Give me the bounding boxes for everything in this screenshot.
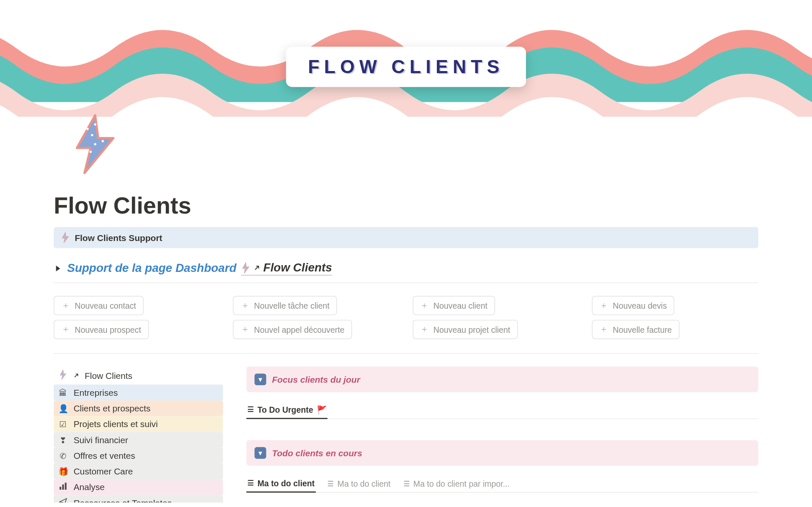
sidebar-item-entreprises[interactable]: 🏛 Entreprises — [54, 385, 223, 400]
sidebar-item-customer-care[interactable]: 🎁 Customer Care — [54, 463, 223, 479]
arrow-down-badge-icon: ▼ — [255, 373, 266, 385]
list-icon: ☰ — [327, 480, 334, 488]
view-tabs-todo: ☰ Ma to do client ☰ Ma to do client ☰ Ma… — [246, 475, 758, 493]
svg-point-5 — [102, 140, 104, 142]
tab-label: Ma to do client par impor... — [413, 479, 510, 488]
phone-icon: ✆ — [58, 451, 68, 460]
view-tabs-urgente: ☰ To Do Urgente 🚩 — [246, 402, 758, 419]
svg-point-3 — [91, 134, 93, 136]
tab-todo-urgente[interactable]: ☰ To Do Urgente 🚩 — [246, 402, 327, 419]
sidebar-item-offres[interactable]: ✆ Offres et ventes — [54, 448, 223, 463]
lightning-bolt-icon — [241, 262, 250, 274]
lightning-bolt-icon — [61, 232, 70, 244]
list-icon: ☰ — [247, 406, 254, 414]
svg-point-1 — [86, 128, 88, 130]
toggle-sub-text: Flow Clients — [263, 261, 332, 274]
chart-bar-icon — [58, 482, 68, 492]
list-icon: ☰ — [247, 479, 254, 487]
toggle-sublink[interactable]: Flow Clients — [241, 261, 332, 276]
sidebar-item-label: Projets clients et suivi — [74, 419, 158, 429]
button-label: Nouveau client — [433, 301, 488, 310]
svg-marker-9 — [243, 262, 249, 273]
plus-icon: ＋ — [61, 300, 70, 311]
toggle-arrow-icon — [56, 265, 60, 271]
person-icon: 👤 — [58, 403, 68, 413]
sidebar-item-label: Suivi financier — [74, 435, 128, 444]
cover-image: FLOW CLIENTS — [0, 0, 812, 117]
lightning-bolt-icon — [58, 370, 68, 382]
svg-rect-12 — [62, 485, 64, 490]
support-callout[interactable]: Flow Clients Support — [54, 227, 758, 248]
todo-clients-callout: ▼ Todo clients en cours — [246, 440, 758, 466]
svg-rect-13 — [65, 483, 66, 490]
tab-ma-todo-client-import[interactable]: ☰ Ma to do client par impor... — [402, 475, 511, 492]
svg-point-4 — [99, 131, 101, 133]
paper-plane-icon — [58, 498, 68, 502]
new-discovery-call-button[interactable]: ＋Nouvel appel découverte — [233, 320, 352, 339]
tab-label: Ma to do client — [258, 479, 315, 488]
gift-icon: 🎁 — [58, 467, 68, 476]
page-icon[interactable] — [72, 114, 118, 166]
sidebar-item-projets[interactable]: ☑ Projets clients et suivi — [54, 416, 223, 432]
svg-marker-8 — [62, 232, 69, 243]
svg-rect-11 — [60, 487, 61, 490]
button-label: Nouvelle tâche client — [254, 301, 329, 310]
plus-icon: ＋ — [599, 300, 608, 311]
new-client-button[interactable]: ＋Nouveau client — [412, 296, 495, 315]
tab-ma-todo-client-1[interactable]: ☰ Ma to do client — [246, 475, 315, 493]
sidebar-item-label: Ressources et Templates — [74, 498, 172, 502]
new-client-project-button[interactable]: ＋Nouveau projet client — [412, 320, 518, 339]
sidebar-item-label: Clients et prospects — [74, 403, 151, 413]
lightning-bolt-icon — [72, 114, 118, 175]
tab-ma-todo-client-2[interactable]: ☰ Ma to do client — [326, 475, 392, 492]
page-title: Flow Clients — [54, 192, 758, 219]
plus-icon: ＋ — [599, 324, 608, 335]
sidebar-item-financier[interactable]: ❣ Suivi financier — [54, 432, 223, 447]
callout-text: Flow Clients Support — [75, 233, 162, 242]
new-contact-button[interactable]: ＋Nouveau contact — [54, 296, 144, 315]
focus-label: Todo clients en cours — [272, 448, 362, 458]
plus-icon: ＋ — [241, 324, 250, 335]
toggle-link-text: Support de la page Dashboard — [67, 261, 236, 275]
sidebar-item-ressources[interactable]: Ressources et Templates — [54, 495, 223, 502]
plus-icon: ＋ — [420, 300, 429, 311]
quick-actions: ＋Nouveau contact ＋Nouveau prospect ＋Nouv… — [54, 296, 758, 354]
new-prospect-button[interactable]: ＋Nouveau prospect — [54, 320, 148, 339]
plus-icon: ＋ — [420, 324, 429, 335]
building-icon: 🏛 — [58, 388, 68, 397]
plus-icon: ＋ — [61, 324, 70, 335]
sidebar-item-analyse[interactable]: Analyse — [54, 479, 223, 495]
svg-marker-10 — [60, 370, 66, 380]
svg-point-7 — [90, 151, 92, 153]
arrow-down-badge-icon: ▼ — [255, 447, 266, 459]
focus-clients-callout: ▼ Focus clients du jour — [246, 367, 758, 392]
arrow-up-right-icon — [74, 373, 79, 378]
tab-label: Ma to do client — [337, 479, 391, 488]
button-label: Nouveau contact — [75, 301, 136, 310]
sidebar-item-label: Flow Clients — [85, 370, 132, 380]
new-client-task-button[interactable]: ＋Nouvelle tâche client — [233, 296, 337, 315]
focus-label: Focus clients du jour — [272, 374, 360, 384]
button-label: Nouveau devis — [613, 301, 667, 310]
sidebar-item-clients-prospects[interactable]: 👤 Clients et prospects — [54, 400, 223, 416]
cover-title-box: FLOW CLIENTS — [286, 47, 527, 87]
new-invoice-button[interactable]: ＋Nouvelle facture — [592, 320, 679, 339]
tab-label: To Do Urgente — [258, 405, 313, 414]
button-label: Nouveau prospect — [75, 325, 141, 334]
sidebar-item-label: Offres et ventes — [74, 451, 135, 460]
plus-icon: ＋ — [241, 300, 250, 311]
list-icon: ☰ — [403, 480, 410, 488]
heart-broken-icon: ❣ — [58, 435, 68, 444]
sidebar-item-label: Customer Care — [74, 466, 133, 476]
sidebar-item-label: Analyse — [74, 482, 105, 492]
flag-icon: 🚩 — [317, 405, 326, 414]
sidebar-nav: Flow Clients 🏛 Entreprises 👤 Clients et … — [54, 367, 223, 503]
sidebar-item-flow-clients[interactable]: Flow Clients — [54, 367, 223, 385]
button-label: Nouvel appel découverte — [254, 325, 345, 334]
button-label: Nouvelle facture — [613, 325, 672, 334]
sidebar-item-label: Entreprises — [74, 388, 118, 397]
svg-point-2 — [94, 123, 96, 126]
dashboard-support-toggle[interactable]: Support de la page Dashboard Flow Client… — [54, 256, 758, 283]
new-quote-button[interactable]: ＋Nouveau devis — [592, 296, 674, 315]
arrow-up-right-icon — [254, 265, 260, 271]
